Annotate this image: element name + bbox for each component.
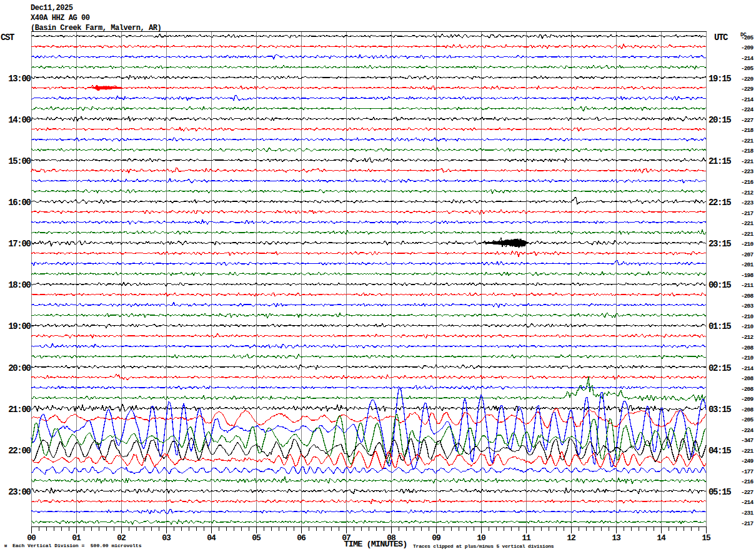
svg-text:-210: -210 (741, 355, 754, 361)
svg-text:-227: -227 (741, 117, 754, 124)
svg-text:15: 15 (702, 533, 711, 543)
svg-text:-203: -203 (741, 303, 754, 310)
svg-text:-210: -210 (741, 241, 754, 248)
svg-text:15:00: 15:00 (8, 156, 31, 166)
svg-text:14:00: 14:00 (8, 115, 31, 125)
svg-text:-347: -347 (741, 437, 754, 444)
svg-text:-177: -177 (741, 468, 754, 475)
svg-text:-214: -214 (741, 55, 754, 62)
svg-text:02: 02 (117, 533, 126, 543)
svg-text:03: 03 (162, 533, 171, 543)
svg-text:-221: -221 (741, 158, 754, 165)
svg-text:-198: -198 (741, 272, 754, 279)
svg-text:22:00: 22:00 (8, 446, 31, 456)
svg-text:-208: -208 (741, 406, 754, 413)
svg-text:-208: -208 (741, 386, 754, 393)
svg-text:-211: -211 (741, 282, 754, 289)
svg-text:-210: -210 (741, 313, 754, 320)
svg-text:CST: CST (1, 33, 14, 43)
svg-text:-217: -217 (741, 210, 754, 217)
svg-text:-221: -221 (741, 220, 754, 227)
svg-text:03:15: 03:15 (709, 405, 731, 415)
svg-text:-209: -209 (741, 44, 754, 51)
svg-text:-229: -229 (741, 86, 754, 93)
svg-text:-218: -218 (741, 127, 754, 134)
svg-text:04:15: 04:15 (709, 446, 731, 456)
svg-text:01: 01 (72, 533, 81, 543)
svg-text:-249: -249 (741, 458, 754, 465)
svg-text:21:00: 21:00 (8, 405, 31, 415)
svg-text:-214: -214 (741, 365, 754, 372)
svg-text:-205: -205 (741, 34, 754, 41)
svg-text:-221: -221 (741, 448, 754, 455)
svg-text:-212: -212 (741, 189, 754, 196)
svg-text:19:15: 19:15 (709, 74, 731, 84)
svg-text:-216: -216 (741, 179, 754, 186)
svg-text:-209: -209 (741, 396, 754, 403)
svg-text:-224: -224 (741, 427, 754, 434)
svg-text:01:15: 01:15 (709, 321, 731, 331)
svg-text:-227: -227 (741, 489, 754, 496)
svg-text:18:00: 18:00 (8, 280, 31, 290)
svg-text:-224: -224 (741, 106, 754, 113)
svg-text:11: 11 (522, 533, 531, 543)
svg-text:UTC: UTC (714, 33, 729, 43)
svg-text:-210: -210 (741, 323, 754, 330)
svg-text:13: 13 (612, 533, 621, 543)
svg-text:00:15: 00:15 (709, 280, 731, 290)
svg-text:-208: -208 (741, 293, 754, 300)
svg-text:-216: -216 (741, 478, 754, 485)
svg-text:20:15: 20:15 (709, 115, 731, 125)
svg-text:-221: -221 (741, 138, 754, 144)
svg-text:19:00: 19:00 (8, 321, 31, 331)
svg-text:00: 00 (27, 533, 36, 543)
svg-text:23:00: 23:00 (8, 487, 31, 497)
svg-text:06: 06 (297, 533, 306, 543)
svg-text:X40A HHZ AG 00: X40A HHZ AG 00 (31, 14, 90, 23)
svg-text:12: 12 (567, 533, 576, 543)
svg-text:-218: -218 (741, 148, 754, 154)
svg-text:м: м (4, 543, 7, 548)
svg-text:-223: -223 (741, 199, 754, 206)
svg-text:TIME (MINUTES): TIME (MINUTES) (344, 540, 407, 549)
svg-text:-201: -201 (741, 261, 754, 268)
svg-text:-208: -208 (741, 345, 754, 351)
svg-text:21:15: 21:15 (709, 156, 731, 166)
svg-text:-205: -205 (741, 65, 754, 72)
svg-text:22:15: 22:15 (709, 198, 731, 208)
svg-text:-223: -223 (741, 168, 754, 175)
svg-text:23:15: 23:15 (709, 239, 731, 249)
svg-text:-208: -208 (741, 375, 754, 382)
svg-text:09: 09 (432, 533, 441, 543)
svg-text:-214: -214 (741, 96, 754, 103)
svg-text:Traces clipped at plus/minus 5: Traces clipped at plus/minus 5 vertical … (413, 543, 554, 549)
svg-text:05:15: 05:15 (709, 487, 731, 497)
svg-text:-220: -220 (741, 76, 754, 83)
svg-text:13:00: 13:00 (8, 74, 31, 84)
svg-text:(Basin Creek Farm, Malvern, AR: (Basin Creek Farm, Malvern, AR) (31, 24, 161, 33)
svg-text:-221: -221 (741, 231, 754, 238)
svg-text:17:00: 17:00 (8, 239, 31, 249)
svg-text:14: 14 (657, 533, 666, 543)
svg-text:02:15: 02:15 (709, 363, 731, 373)
svg-text:-207: -207 (741, 251, 754, 258)
svg-text:16:00: 16:00 (8, 198, 31, 208)
svg-text:10: 10 (477, 533, 486, 543)
svg-text:-217: -217 (741, 520, 754, 527)
svg-text:05: 05 (252, 533, 261, 543)
svg-text:-205: -205 (741, 416, 754, 423)
svg-text:-214: -214 (741, 499, 754, 506)
svg-text:20:00: 20:00 (8, 363, 31, 373)
svg-text:Dec11,2025: Dec11,2025 (31, 4, 73, 13)
svg-text:Each Vertical Division = 500.: Each Vertical Division = 500.00 microvol… (12, 543, 142, 548)
svg-text:-231: -231 (741, 510, 754, 516)
svg-text:-212: -212 (741, 334, 754, 341)
svg-text:04: 04 (207, 533, 216, 543)
